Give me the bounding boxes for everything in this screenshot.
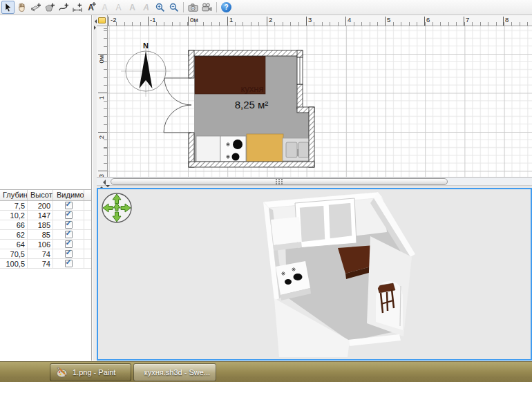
sweethome3d-icon (140, 366, 140, 379)
select-tool-button[interactable] (1, 1, 15, 14)
v-ruler: 0м123 (97, 26, 108, 177)
dimension-icon (73, 3, 82, 12)
window-3d (295, 198, 357, 248)
create-rooms-button[interactable] (43, 1, 56, 14)
table-row[interactable]: 70,574✓ (0, 249, 91, 259)
toolbar-separator (183, 2, 184, 12)
letter-italic-button[interactable]: A (140, 1, 153, 14)
create-polylines-button[interactable] (57, 1, 70, 14)
create-photo-button[interactable] (187, 1, 200, 14)
plan-window[interactable] (297, 57, 303, 84)
taskbar-window-paint[interactable]: 1.png - Paint (50, 363, 131, 381)
application-window: A A A A A ? Глубина Высота Видим (0, 0, 532, 402)
table-row[interactable]: 100,574✓ (0, 259, 91, 269)
letter-plain-button[interactable]: A (112, 1, 125, 14)
plan-cabinet[interactable] (196, 136, 220, 162)
zoom-out-button[interactable] (167, 1, 180, 14)
view3d-pane[interactable] (97, 188, 532, 361)
plan-grid (108, 26, 532, 177)
plan-canvas[interactable]: N (108, 26, 532, 177)
create-labels-button[interactable]: A (84, 1, 97, 14)
taskbar-window-label: 1.png - Paint (73, 368, 115, 376)
zoom-in-button[interactable] (153, 1, 167, 14)
ruler-corner (97, 15, 108, 26)
cabinet-3d (271, 217, 302, 251)
create-walls-button[interactable] (29, 1, 42, 14)
h-ruler: -2-10м12345678 (108, 15, 532, 26)
room-area-label: 8,25 м² (235, 99, 269, 111)
table-row[interactable]: 6285✓ (0, 230, 91, 240)
plan-h-scrollbar[interactable] (97, 177, 532, 186)
table-row[interactable]: 10,2147✓ (0, 211, 91, 220)
camera-icon (188, 3, 198, 12)
help-button[interactable]: ? (220, 1, 233, 14)
zoom-in-icon (155, 3, 165, 12)
room-icon (45, 3, 55, 12)
visibility-checkbox[interactable]: ✓ (65, 211, 73, 219)
room-name-label: кухня (240, 84, 263, 94)
zoom-out-icon (169, 3, 179, 12)
view3d-canvas[interactable] (98, 189, 531, 359)
toolbar-separator (216, 2, 217, 12)
create-dimensions-button[interactable] (70, 1, 84, 14)
furniture-list-table: Глубина Высота Видимость 7,5200✓10,2147✓… (0, 189, 91, 269)
table-row[interactable]: 64106✓ (0, 240, 91, 249)
view3d-navigation[interactable] (101, 192, 133, 224)
visibility-checkbox[interactable]: ✓ (65, 240, 73, 248)
plan-note-icon (98, 17, 106, 23)
plan-stove[interactable] (220, 136, 246, 162)
column-header-depth[interactable]: Глубина (0, 190, 28, 200)
windows-taskbar: Y 1.png - Paint кухня.sh3d - Swe... ? (0, 361, 532, 382)
visibility-checkbox[interactable]: ✓ (65, 231, 73, 238)
scrollbar-thumb[interactable] (111, 178, 448, 185)
taskbar-window-sweethome3d[interactable]: кухня.sh3d - Swe... (133, 363, 216, 381)
visibility-checkbox[interactable]: ✓ (65, 250, 73, 258)
paint-icon (56, 366, 68, 379)
stove-3d (276, 261, 311, 300)
toolbar: A A A A A ? (0, 0, 532, 15)
furniture-table-body: 7,5200✓10,2147✓66185✓6285✓64106✓70,574✓1… (0, 201, 91, 269)
plan-counter[interactable] (247, 134, 283, 163)
taskbar-window-label: кухня.sh3d - Swe... (144, 368, 210, 376)
plan-sink[interactable] (283, 138, 312, 161)
hand-icon (17, 3, 27, 12)
polyline-icon (59, 3, 68, 12)
column-header-visibility[interactable]: Видимость (53, 190, 84, 200)
letter-size-button[interactable]: A (98, 1, 111, 14)
compass-north-label: N (143, 41, 149, 50)
pan-tool-button[interactable] (15, 1, 28, 14)
furniture-catalog-panel[interactable]: Глубина Высота Видимость 7,5200✓10,2147✓… (0, 15, 92, 361)
visibility-checkbox[interactable]: ✓ (65, 202, 73, 209)
visibility-checkbox[interactable]: ✓ (65, 260, 73, 267)
plus-icon (92, 2, 96, 6)
wall-icon (31, 3, 41, 12)
select-arrow-icon (3, 3, 13, 12)
table-row[interactable]: 7,5200✓ (0, 201, 91, 211)
table-row[interactable]: 66185✓ (0, 220, 91, 230)
visibility-checkbox[interactable]: ✓ (65, 221, 73, 229)
table-header-row: Глубина Высота Видимость (0, 190, 91, 201)
help-icon: ? (221, 2, 231, 12)
letter-bold-button[interactable]: A (126, 1, 139, 14)
column-header-height[interactable]: Высота (28, 190, 53, 200)
create-video-button[interactable] (200, 1, 213, 14)
video-camera-icon (202, 3, 212, 12)
